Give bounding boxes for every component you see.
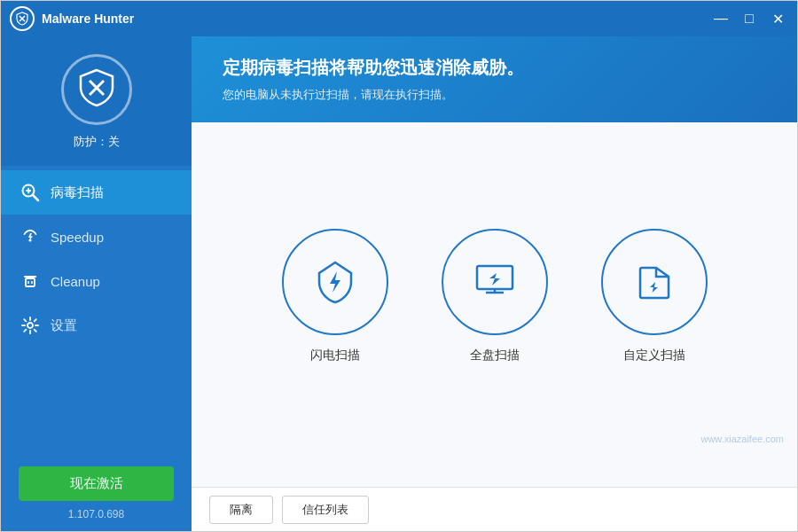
svg-line-5 — [33, 195, 38, 200]
watermark: www.xiazaifee.com — [700, 434, 784, 444]
trust-list-button[interactable]: 信任列表 — [282, 496, 369, 524]
svg-rect-9 — [24, 276, 36, 278]
svg-point-15 — [27, 323, 33, 328]
sidebar-bottom: 现在激活 1.107.0.698 — [1, 453, 192, 531]
sidebar-item-speedup[interactable]: Speedup — [1, 215, 192, 259]
content-area: 定期病毒扫描将帮助您迅速消除威胁。 您的电脑从未执行过扫描，请现在执行扫描。 — [192, 36, 797, 531]
sidebar: 防护：关 病毒扫描 — [1, 36, 192, 531]
svg-point-8 — [29, 239, 32, 242]
activate-button[interactable]: 现在激活 — [19, 466, 174, 501]
full-scan-circle — [442, 229, 548, 335]
sidebar-nav: 病毒扫描 Speedup — [1, 166, 192, 453]
app-logo — [10, 6, 35, 31]
content-header: 定期病毒扫描将帮助您迅速消除威胁。 您的电脑从未执行过扫描，请现在执行扫描。 — [192, 36, 797, 122]
flash-scan-option[interactable]: 闪电扫描 — [282, 229, 388, 364]
custom-scan-option[interactable]: 自定义扫描 — [601, 229, 708, 364]
shield-container — [61, 54, 132, 125]
sidebar-item-virus-scan-label: 病毒扫描 — [51, 184, 104, 201]
content-body: 闪电扫描 全盘扫描 — [192, 122, 797, 487]
custom-scan-circle — [601, 229, 708, 335]
app-window: Malware Hunter — □ ✕ — [0, 0, 798, 532]
minimize-button[interactable]: — — [710, 8, 732, 29]
sidebar-item-cleanup[interactable]: Cleanup — [1, 259, 192, 303]
svg-rect-10 — [26, 278, 35, 286]
sidebar-item-cleanup-label: Cleanup — [51, 274, 100, 289]
flash-scan-label: 闪电扫描 — [310, 348, 360, 364]
titlebar: Malware Hunter — □ ✕ — [1, 1, 797, 36]
content-footer: 隔离 信任列表 — [192, 487, 797, 531]
app-title: Malware Hunter — [42, 12, 710, 26]
close-button[interactable]: ✕ — [767, 8, 788, 29]
content-header-subtitle: 您的电脑从未执行过扫描，请现在执行扫描。 — [223, 87, 766, 103]
full-scan-label: 全盘扫描 — [470, 348, 520, 364]
main-layout: 防护：关 病毒扫描 — [1, 36, 797, 531]
sidebar-item-settings[interactable]: 设置 — [1, 303, 192, 348]
protection-status: 防护：关 — [74, 134, 120, 150]
sidebar-item-speedup-label: Speedup — [51, 230, 104, 245]
quarantine-button[interactable]: 隔离 — [209, 496, 273, 524]
content-header-title: 定期病毒扫描将帮助您迅速消除威胁。 — [223, 56, 766, 80]
sidebar-item-virus-scan[interactable]: 病毒扫描 — [1, 170, 192, 215]
sidebar-hero: 防护：关 — [1, 36, 192, 166]
sidebar-item-settings-label: 设置 — [51, 317, 77, 334]
custom-scan-label: 自定义扫描 — [623, 348, 685, 364]
full-scan-option[interactable]: 全盘扫描 — [442, 229, 548, 364]
version-label: 1.107.0.698 — [68, 508, 124, 520]
flash-scan-circle — [282, 229, 388, 335]
shield-icon — [75, 66, 118, 113]
maximize-button[interactable]: □ — [739, 8, 760, 29]
scan-options: 闪电扫描 全盘扫描 — [282, 229, 708, 364]
window-controls: — □ ✕ — [710, 8, 788, 29]
